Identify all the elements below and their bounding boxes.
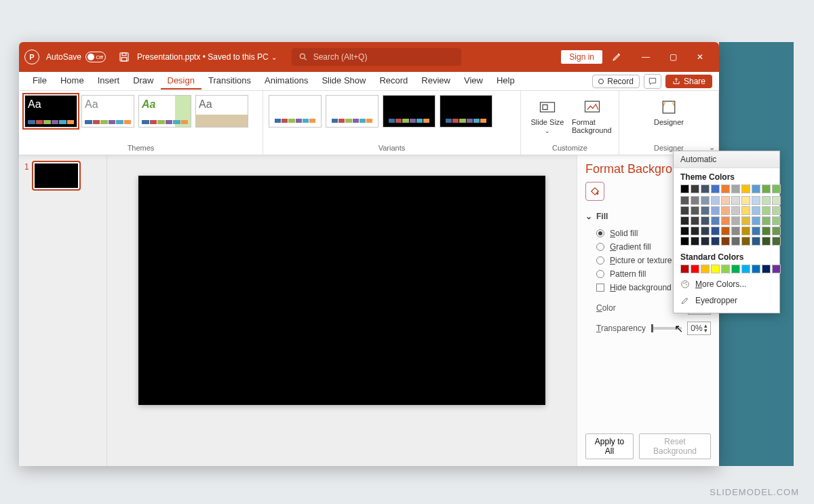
color-swatch[interactable] (731, 216, 740, 225)
record-button[interactable]: Record (592, 75, 640, 88)
tab-animations[interactable]: Animations (258, 73, 315, 90)
color-swatch[interactable] (762, 196, 771, 205)
color-swatch[interactable] (721, 196, 730, 205)
variant-thumb[interactable] (383, 95, 435, 128)
color-swatch[interactable] (731, 265, 740, 273)
color-swatch[interactable] (772, 196, 781, 205)
autosave-toggle[interactable]: AutoSave Off (46, 52, 106, 62)
theme-thumb[interactable]: Aa (81, 95, 134, 128)
color-swatch[interactable] (752, 227, 760, 235)
tab-draw[interactable]: Draw (126, 73, 160, 90)
color-swatch[interactable] (711, 185, 720, 193)
color-swatch[interactable] (731, 237, 740, 246)
color-swatch[interactable] (691, 227, 699, 235)
color-swatch[interactable] (772, 216, 781, 225)
tab-home[interactable]: Home (54, 73, 91, 90)
theme-thumb[interactable]: Aa (138, 95, 191, 128)
color-swatch[interactable] (691, 206, 699, 215)
color-swatch[interactable] (680, 206, 689, 215)
minimize-button[interactable]: — (632, 47, 659, 67)
color-swatch[interactable] (691, 216, 699, 225)
color-swatch[interactable] (711, 237, 720, 246)
color-swatch[interactable] (762, 227, 771, 235)
share-button[interactable]: Share (665, 75, 712, 88)
automatic-color-button[interactable]: Automatic (674, 151, 779, 168)
maximize-button[interactable]: ▢ (659, 47, 686, 67)
color-swatch[interactable] (721, 237, 730, 246)
autosave-switch[interactable]: Off (85, 52, 106, 62)
color-swatch[interactable] (762, 237, 771, 246)
color-swatch[interactable] (701, 237, 710, 246)
pen-icon[interactable] (612, 51, 623, 64)
fill-category-icon[interactable] (585, 182, 604, 201)
color-swatch[interactable] (711, 216, 720, 225)
color-swatch[interactable] (691, 265, 699, 273)
variant-thumb[interactable] (269, 95, 322, 128)
color-swatch[interactable] (721, 227, 730, 235)
document-title[interactable]: Presentation.pptx • Saved to this PC (137, 52, 269, 62)
tab-transitions[interactable]: Transitions (201, 73, 258, 90)
color-swatch[interactable] (711, 206, 720, 215)
slide-thumb-1[interactable] (33, 162, 79, 189)
tab-slide-show[interactable]: Slide Show (315, 73, 372, 90)
designer-button[interactable]: Designer (648, 95, 689, 126)
color-swatch[interactable] (752, 185, 760, 193)
color-swatch[interactable] (752, 206, 760, 215)
color-swatch[interactable] (701, 185, 710, 193)
slide-canvas[interactable] (138, 176, 545, 405)
transparency-input[interactable]: 0%▴▾ (687, 322, 711, 335)
tab-review[interactable]: Review (414, 73, 457, 90)
variant-thumb[interactable] (326, 95, 379, 128)
color-swatch[interactable] (741, 227, 750, 235)
tab-record[interactable]: Record (372, 73, 414, 90)
color-swatch[interactable] (680, 216, 689, 225)
transparency-slider[interactable] (651, 327, 682, 330)
color-swatch[interactable] (701, 196, 710, 205)
close-button[interactable]: ✕ (686, 47, 714, 67)
color-swatch[interactable] (711, 227, 720, 235)
tab-file[interactable]: File (26, 73, 54, 90)
slide-size-button[interactable]: Slide Size⌄ (527, 95, 568, 134)
color-swatch[interactable] (762, 265, 771, 273)
eyedropper-button[interactable]: Eyedropper (674, 292, 779, 309)
color-swatch[interactable] (691, 185, 699, 193)
color-swatch[interactable] (701, 265, 710, 273)
color-swatch[interactable] (711, 196, 720, 205)
color-swatch[interactable] (772, 227, 781, 235)
color-swatch[interactable] (772, 265, 781, 273)
color-swatch[interactable] (721, 206, 730, 215)
color-swatch[interactable] (752, 265, 760, 273)
color-swatch[interactable] (762, 216, 771, 225)
tab-insert[interactable]: Insert (91, 73, 127, 90)
tab-help[interactable]: Help (490, 73, 522, 90)
apply-to-all-button[interactable]: Apply to All (585, 433, 634, 459)
color-swatch[interactable] (762, 185, 771, 193)
color-swatch[interactable] (731, 206, 740, 215)
color-swatch[interactable] (772, 206, 781, 215)
tab-view[interactable]: View (457, 73, 490, 90)
color-swatch[interactable] (752, 196, 760, 205)
color-swatch[interactable] (772, 237, 781, 246)
color-swatch[interactable] (772, 185, 781, 193)
color-swatch[interactable] (691, 196, 699, 205)
color-swatch[interactable] (741, 237, 750, 246)
theme-thumb[interactable]: Aa (195, 95, 248, 128)
color-swatch[interactable] (721, 265, 730, 273)
color-swatch[interactable] (762, 206, 771, 215)
reset-background-button[interactable]: Reset Background (639, 433, 711, 459)
color-swatch[interactable] (701, 206, 710, 215)
color-swatch[interactable] (731, 227, 740, 235)
save-icon[interactable] (118, 51, 130, 63)
more-colors-button[interactable]: More Colors... (674, 276, 779, 292)
variant-thumb[interactable] (440, 95, 492, 128)
color-swatch[interactable] (741, 185, 750, 193)
color-swatch[interactable] (680, 265, 689, 273)
title-chevron-icon[interactable]: ⌄ (271, 54, 277, 61)
comments-button[interactable] (644, 74, 661, 89)
format-background-button[interactable]: Format Background (572, 95, 613, 134)
color-swatch[interactable] (731, 196, 740, 205)
color-swatch[interactable] (741, 206, 750, 215)
color-swatch[interactable] (721, 216, 730, 225)
color-swatch[interactable] (680, 237, 689, 246)
color-swatch[interactable] (741, 196, 750, 205)
